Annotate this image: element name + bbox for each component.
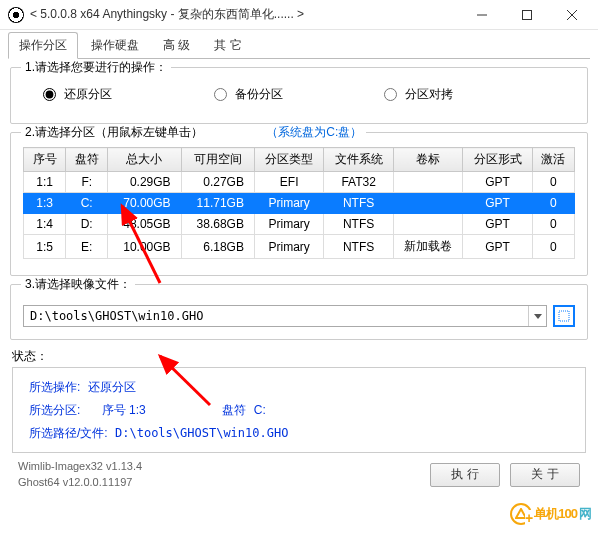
footer-row: Wimlib-Imagex32 v1.13.4 Ghost64 v12.0.0.… [8, 453, 590, 490]
tab-strip: 操作分区操作硬盘高 级其 它 [8, 32, 590, 59]
cell: 0.27GB [181, 172, 254, 193]
cell: 0 [532, 193, 574, 214]
partition-table[interactable]: 序号盘符总大小可用空间分区类型文件系统卷标分区形式激活 1:1F:0.29GB0… [23, 147, 575, 259]
chevron-down-icon[interactable] [528, 306, 546, 326]
version-info: Wimlib-Imagex32 v1.13.4 Ghost64 v12.0.0.… [18, 459, 420, 490]
radio-备份分区[interactable]: 备份分区 [214, 86, 385, 103]
cell: 1:3 [24, 193, 66, 214]
col-卷标[interactable]: 卷标 [393, 148, 462, 172]
cell: 0 [532, 235, 574, 259]
cell: NTFS [324, 235, 393, 259]
tab-其 它[interactable]: 其 它 [203, 32, 252, 59]
col-激活[interactable]: 激活 [532, 148, 574, 172]
table-row[interactable]: 1:1F:0.29GB0.27GBEFIFAT32GPT0 [24, 172, 575, 193]
image-file-group: 3.请选择映像文件： D:\tools\GHOST\win10.GHO [10, 284, 588, 340]
cell: GPT [463, 235, 532, 259]
cell [393, 193, 462, 214]
cell: E: [66, 235, 108, 259]
cell: Primary [254, 214, 323, 235]
svg-marker-10 [516, 509, 526, 518]
browse-button[interactable] [553, 305, 575, 327]
cell: 70.00GB [108, 193, 181, 214]
partition-legend-text: 2.请选择分区（用鼠标左键单击） [25, 125, 203, 139]
svg-marker-4 [534, 314, 542, 319]
radio-label: 分区对拷 [405, 86, 453, 103]
table-row[interactable]: 1:4D:48.05GB38.68GBPrimaryNTFSGPT0 [24, 214, 575, 235]
system-disk-hint: （系统盘为C:盘） [266, 125, 362, 139]
cell: C: [66, 193, 108, 214]
cell: GPT [463, 172, 532, 193]
col-序号[interactable]: 序号 [24, 148, 66, 172]
table-body: 1:1F:0.29GB0.27GBEFIFAT32GPT01:3C:70.00G… [24, 172, 575, 259]
image-file-row: D:\tools\GHOST\win10.GHO [23, 305, 575, 327]
cell [393, 214, 462, 235]
image-path-value: D:\tools\GHOST\win10.GHO [24, 309, 528, 323]
cell: D: [66, 214, 108, 235]
status-path-row: 所选路径/文件: D:\tools\GHOST\win10.GHO [29, 422, 569, 445]
col-分区类型[interactable]: 分区类型 [254, 148, 323, 172]
watermark-icon [510, 503, 532, 525]
operation-legend: 1.请选择您要进行的操作： [21, 59, 171, 76]
status-label: 状态： [12, 348, 586, 365]
titlebar: < 5.0.0.8 x64 Anythingsky - 复杂的东西简单化....… [0, 0, 598, 30]
window-controls [459, 1, 594, 29]
radio-label: 备份分区 [235, 86, 283, 103]
execute-button[interactable]: 执 行 [430, 463, 500, 487]
content-area: 操作分区操作硬盘高 级其 它 1.请选择您要进行的操作： 还原分区备份分区分区对… [0, 30, 598, 498]
cell: 0 [532, 214, 574, 235]
col-盘符[interactable]: 盘符 [66, 148, 108, 172]
radio-input[interactable] [384, 88, 397, 101]
table-row[interactable]: 1:5E:10.00GB6.18GBPrimaryNTFS新加载卷GPT0 [24, 235, 575, 259]
radio-input[interactable] [214, 88, 227, 101]
cell: 1:1 [24, 172, 66, 193]
tab-操作分区[interactable]: 操作分区 [8, 32, 78, 59]
cell: EFI [254, 172, 323, 193]
cell: 1:5 [24, 235, 66, 259]
col-分区形式[interactable]: 分区形式 [463, 148, 532, 172]
image-path-combo[interactable]: D:\tools\GHOST\win10.GHO [23, 305, 547, 327]
cell: 6.18GB [181, 235, 254, 259]
maximize-button[interactable] [504, 1, 549, 29]
cell: Primary [254, 193, 323, 214]
cell: 10.00GB [108, 235, 181, 259]
cell: 0 [532, 172, 574, 193]
cell: 11.71GB [181, 193, 254, 214]
window-title: < 5.0.0.8 x64 Anythingsky - 复杂的东西简单化....… [30, 6, 459, 23]
cell: Primary [254, 235, 323, 259]
col-文件系统[interactable]: 文件系统 [324, 148, 393, 172]
watermark: 单机100 网 [510, 503, 592, 525]
status-op-row: 所选操作: 还原分区 [29, 376, 569, 399]
cell: NTFS [324, 214, 393, 235]
status-part-row: 所选分区: 序号 1:3 盘符 C: [29, 399, 569, 422]
radio-input[interactable] [43, 88, 56, 101]
cell: 新加载卷 [393, 235, 462, 259]
col-可用空间[interactable]: 可用空间 [181, 148, 254, 172]
cell: FAT32 [324, 172, 393, 193]
close-button[interactable] [549, 1, 594, 29]
cell: GPT [463, 214, 532, 235]
cell [393, 172, 462, 193]
cell: GPT [463, 193, 532, 214]
svg-rect-5 [559, 311, 569, 321]
cell: 48.05GB [108, 214, 181, 235]
cell: 38.68GB [181, 214, 254, 235]
partition-legend: 2.请选择分区（用鼠标左键单击） （系统盘为C:盘） [21, 124, 366, 141]
table-row[interactable]: 1:3C:70.00GB11.71GBPrimaryNTFSGPT0 [24, 193, 575, 214]
partition-group: 2.请选择分区（用鼠标左键单击） （系统盘为C:盘） 序号盘符总大小可用空间分区… [10, 132, 588, 276]
col-总大小[interactable]: 总大小 [108, 148, 181, 172]
image-file-legend: 3.请选择映像文件： [21, 276, 135, 293]
radio-分区对拷[interactable]: 分区对拷 [384, 86, 555, 103]
operation-group: 1.请选择您要进行的操作： 还原分区备份分区分区对拷 [10, 67, 588, 124]
table-header-row: 序号盘符总大小可用空间分区类型文件系统卷标分区形式激活 [24, 148, 575, 172]
status-box: 所选操作: 还原分区 所选分区: 序号 1:3 盘符 C: 所选路径/文件: D… [12, 367, 586, 453]
cell: NTFS [324, 193, 393, 214]
radio-还原分区[interactable]: 还原分区 [43, 86, 214, 103]
cell: F: [66, 172, 108, 193]
cell: 1:4 [24, 214, 66, 235]
tab-操作硬盘[interactable]: 操作硬盘 [80, 32, 150, 59]
svg-rect-1 [522, 10, 531, 19]
tab-高 级[interactable]: 高 级 [152, 32, 201, 59]
cell: 0.29GB [108, 172, 181, 193]
about-button[interactable]: 关 于 [510, 463, 580, 487]
minimize-button[interactable] [459, 1, 504, 29]
